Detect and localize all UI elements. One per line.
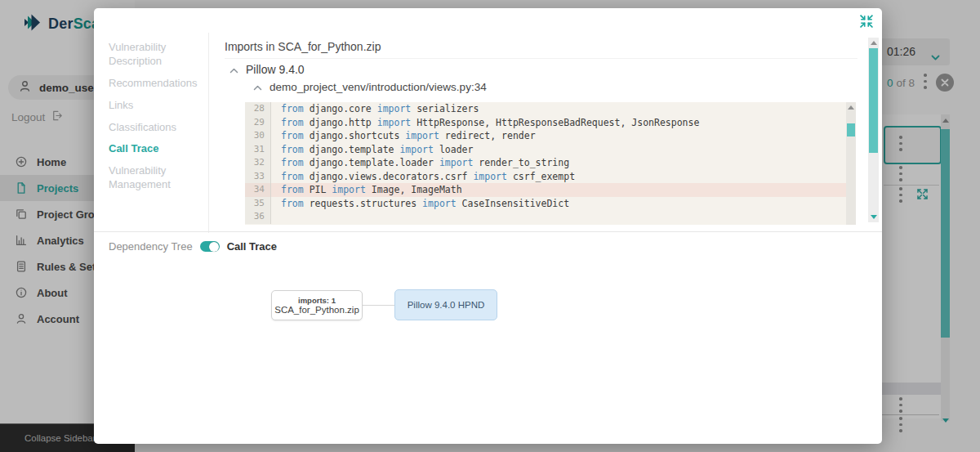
line-number: 35 <box>245 197 271 211</box>
line-number: 28 <box>245 102 271 116</box>
modal-nav-item-call-trace[interactable]: Call Trace <box>109 142 207 156</box>
code-text: from django.template import loader <box>271 143 473 157</box>
collapse-arrows-icon[interactable] <box>858 12 875 30</box>
package-header-label: Pillow 9.4.0 <box>246 63 305 76</box>
trace-mode-toggle[interactable] <box>200 241 220 252</box>
dependency-node-label: Pillow 9.4.0 HPND <box>408 300 485 310</box>
triangle-up-icon[interactable] <box>848 105 854 110</box>
code-text: from django.views.decorators.csrf import… <box>271 170 575 184</box>
line-number: 34 <box>245 183 271 197</box>
location-header-label: demo_project_venv/introduction/views.py:… <box>270 81 487 93</box>
code-line-32: 32from django.template.loader import ren… <box>245 156 856 170</box>
location-collapse-header[interactable]: demo_project_venv/introduction/views.py:… <box>253 81 487 93</box>
code-text: from PIL import Image, ImageMath <box>271 183 462 197</box>
line-number: 32 <box>245 156 271 170</box>
line-number: 30 <box>245 129 271 143</box>
modal-nav-item-vulnerability-description[interactable]: Vulnerability Description <box>109 41 207 69</box>
modal-nav-item-vulnerability-management[interactable]: Vulnerability Management <box>109 164 207 192</box>
modal-nav-divider <box>208 33 209 233</box>
panel-scrollbar-thumb[interactable] <box>869 48 878 153</box>
line-number: 31 <box>245 143 271 157</box>
chevron-up-icon <box>229 63 238 76</box>
root-node-label: SCA_for_Python.zip <box>274 305 359 315</box>
code-line-36: 36 <box>245 210 856 224</box>
code-viewer: 28from django.core import serializers29f… <box>245 102 856 225</box>
code-line-28: 28from django.core import serializers <box>245 102 856 116</box>
modal-nav: Vulnerability DescriptionRecommendations… <box>109 41 207 200</box>
code-line-29: 29from django.http import HttpResponse, … <box>245 116 856 130</box>
code-text: from django.shortcuts import redirect, r… <box>271 129 536 143</box>
chevron-up-icon <box>253 81 262 93</box>
code-scrollbar[interactable] <box>846 102 856 225</box>
panel-scrollbar[interactable] <box>868 38 879 222</box>
modal-nav-item-links[interactable]: Links <box>109 99 207 113</box>
toggle-knob <box>209 242 219 252</box>
code-text: from django.core import serializers <box>271 102 479 116</box>
line-number: 29 <box>245 116 271 130</box>
line-number: 33 <box>245 170 271 184</box>
diagram-root-node[interactable]: imports: 1 SCA_for_Python.zip <box>271 290 363 320</box>
code-line-34: 34from PIL import Image, ImageMath <box>245 183 856 197</box>
triangle-down-icon[interactable] <box>871 215 877 219</box>
modal-nav-item-recommendations[interactable]: Recommendations <box>109 77 207 91</box>
code-text: from requests.structures import CaseInse… <box>271 197 569 211</box>
code-scrollbar-thumb[interactable] <box>847 123 855 136</box>
code-line-30: 30from django.shortcuts import redirect,… <box>245 129 856 143</box>
diagram-dependency-node[interactable]: Pillow 9.4.0 HPND <box>394 289 497 320</box>
root-node-meta: imports: 1 <box>298 296 336 305</box>
section-divider <box>94 231 882 232</box>
code-lines: 28from django.core import serializers29f… <box>245 102 856 224</box>
package-collapse-header[interactable]: Pillow 9.4.0 <box>229 63 305 76</box>
trace-mode-row: Dependency Tree Call Trace <box>109 240 277 253</box>
code-line-35: 35from requests.structures import CaseIn… <box>245 197 856 211</box>
code-text <box>271 210 281 224</box>
dependency-tree-label: Dependency Tree <box>109 240 193 253</box>
imports-title: Imports in SCA_for_Python.zip <box>225 40 381 53</box>
modal-nav-item-classifications[interactable]: Classifications <box>109 121 207 135</box>
diagram-connector <box>363 305 394 306</box>
title-divider <box>225 58 858 59</box>
code-text: from django.http import HttpResponse, Ht… <box>271 116 699 130</box>
code-line-33: 33from django.views.decorators.csrf impo… <box>245 170 856 184</box>
call-trace-modal: Vulnerability DescriptionRecommendations… <box>94 8 882 444</box>
call-trace-label: Call Trace <box>227 240 277 253</box>
code-text: from django.template.loader import rende… <box>271 156 569 170</box>
line-number: 36 <box>245 210 271 224</box>
triangle-up-icon[interactable] <box>871 41 877 45</box>
code-line-31: 31from django.template import loader <box>245 143 856 157</box>
